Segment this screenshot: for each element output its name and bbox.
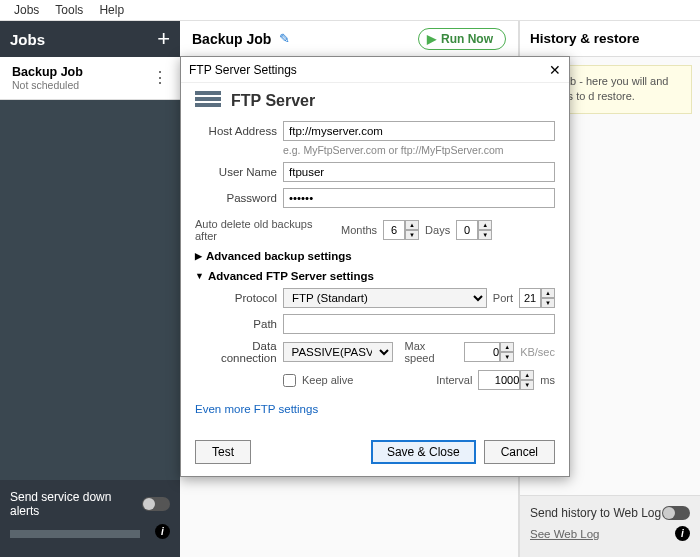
chevron-down-icon[interactable]: ▼ (405, 230, 419, 240)
job-status: Not scheduled (12, 79, 83, 91)
chevron-down-icon[interactable]: ▼ (541, 298, 555, 308)
password-input[interactable] (283, 188, 555, 208)
maxspeed-unit: KB/sec (520, 346, 555, 358)
interval-stepper[interactable]: ▲▼ (478, 370, 534, 390)
test-button[interactable]: Test (195, 440, 251, 464)
host-input[interactable] (283, 121, 555, 141)
ftp-server-icon (195, 91, 221, 111)
ftp-settings-dialog: FTP Server Settings ✕ FTP Server Host Ad… (180, 56, 570, 477)
menu-help[interactable]: Help (91, 1, 132, 19)
dialog-heading-row: FTP Server (195, 91, 555, 111)
password-label: Password (195, 192, 277, 204)
chevron-down-icon[interactable]: ▼ (478, 230, 492, 240)
edit-icon[interactable]: ✎ (279, 31, 290, 46)
jobs-sidebar: Jobs + Backup Job Not scheduled ⋮ Send s… (0, 21, 180, 557)
advanced-backup-expander[interactable]: ▶ Advanced backup settings (195, 250, 555, 262)
alerts-label: Send service down alerts (10, 490, 142, 518)
months-stepper[interactable]: ▲▼ (383, 220, 419, 240)
advanced-ftp-expander[interactable]: ▼ Advanced FTP Server settings (195, 270, 555, 282)
protocol-label: Protocol (195, 292, 277, 304)
port-stepper[interactable]: ▲▼ (519, 288, 555, 308)
info-icon[interactable]: i (155, 524, 170, 539)
add-job-button[interactable]: + (157, 26, 170, 52)
chevron-up-icon[interactable]: ▲ (541, 288, 555, 298)
page-title: Backup Job (192, 31, 271, 47)
alerts-toggle[interactable] (142, 497, 170, 511)
auto-delete-label: Auto delete old backups after (195, 218, 335, 242)
user-label: User Name (195, 166, 277, 178)
chevron-up-icon[interactable]: ▲ (478, 220, 492, 230)
protocol-select[interactable]: FTP (Standart) (283, 288, 487, 308)
chevron-up-icon[interactable]: ▲ (520, 370, 534, 380)
dialog-title: FTP Server Settings (189, 63, 297, 77)
path-label: Path (195, 318, 277, 330)
dialog-titlebar: FTP Server Settings ✕ (181, 57, 569, 83)
host-label: Host Address (195, 125, 277, 137)
maxspeed-stepper[interactable]: ▲▼ (464, 342, 514, 362)
path-input[interactable] (283, 314, 555, 334)
months-label: Months (341, 224, 377, 236)
dialog-heading: FTP Server (231, 92, 315, 110)
job-name: Backup Job (12, 65, 83, 79)
chevron-up-icon[interactable]: ▲ (500, 342, 514, 352)
keepalive-label: Keep alive (302, 374, 353, 386)
menu-bar: Jobs Tools Help (0, 0, 700, 21)
history-title: History & restore (520, 21, 700, 57)
dataconn-label: Data connection (195, 340, 277, 364)
keepalive-checkbox[interactable] (283, 374, 296, 387)
chevron-right-icon: ▶ (195, 251, 202, 261)
maxspeed-label: Max speed (405, 340, 459, 364)
menu-jobs[interactable]: Jobs (6, 1, 47, 19)
chevron-down-icon[interactable]: ▼ (500, 352, 514, 362)
run-now-button[interactable]: ▶ Run Now (418, 28, 506, 50)
chevron-up-icon[interactable]: ▲ (405, 220, 419, 230)
interval-label: Interval (436, 374, 472, 386)
dataconn-select[interactable]: PASSIVE(PASV) (283, 342, 393, 362)
host-hint: e.g. MyFtpServer.com or ftp://MyFtpServe… (283, 144, 555, 156)
job-menu-icon[interactable]: ⋮ (152, 73, 168, 83)
chevron-down-icon: ▼ (195, 271, 204, 281)
chevron-down-icon[interactable]: ▼ (520, 380, 534, 390)
interval-unit: ms (540, 374, 555, 386)
save-close-button[interactable]: Save & Close (371, 440, 476, 464)
days-label: Days (425, 224, 450, 236)
center-header: Backup Job ✎ ▶ Run Now (180, 21, 518, 57)
see-weblog-link[interactable]: See Web Log (530, 528, 599, 540)
menu-tools[interactable]: Tools (47, 1, 91, 19)
days-stepper[interactable]: ▲▼ (456, 220, 492, 240)
dialog-footer: Test Save & Close Cancel (181, 432, 569, 476)
weblog-toggle[interactable] (662, 506, 690, 520)
cancel-button[interactable]: Cancel (484, 440, 555, 464)
info-icon[interactable]: i (675, 526, 690, 541)
sidebar-header: Jobs + (0, 21, 180, 57)
quota-bar (10, 530, 140, 538)
job-list-item[interactable]: Backup Job Not scheduled ⋮ (0, 57, 180, 100)
port-label: Port (493, 292, 513, 304)
weblog-label: Send history to Web Log (530, 506, 661, 520)
user-input[interactable] (283, 162, 555, 182)
more-ftp-link[interactable]: Even more FTP settings (195, 403, 318, 415)
close-icon[interactable]: ✕ (549, 62, 561, 78)
play-icon: ▶ (427, 32, 436, 46)
sidebar-footer: Send service down alerts i (0, 480, 180, 557)
sidebar-title: Jobs (10, 31, 45, 48)
history-footer: Send history to Web Log See Web Log i (520, 495, 700, 557)
